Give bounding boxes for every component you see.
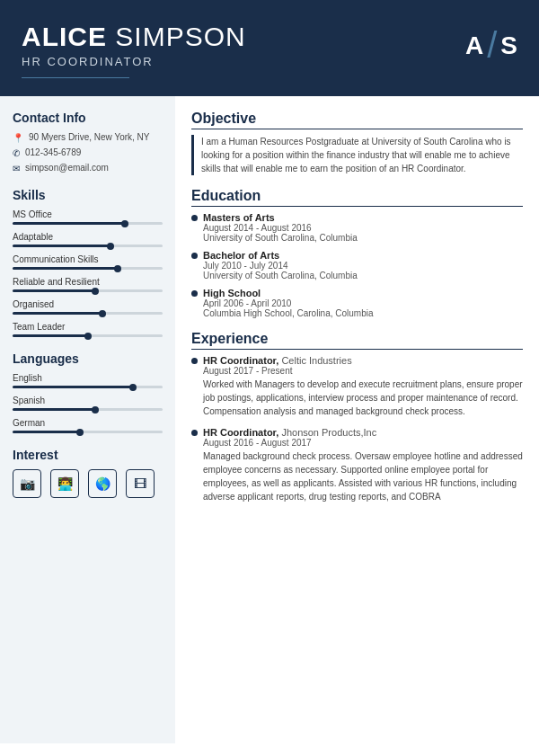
email-text: simpson@email.com [25, 163, 109, 173]
address-text: 90 Myers Drive, New York, NY [29, 132, 150, 142]
language-label: German [13, 418, 163, 428]
resume-body: Contact Info 📍 90 Myers Drive, New York,… [0, 96, 539, 743]
left-column: Contact Info 📍 90 Myers Drive, New York,… [0, 96, 175, 743]
edu-content: Bachelor of Arts July 2010 - July 2014 U… [203, 250, 358, 280]
edu-degree: Bachelor of Arts [203, 250, 358, 261]
objective-title: Objective [191, 111, 523, 129]
resume-header: ALICE SIMPSON HR COORDINATOR A / S [0, 0, 539, 96]
edu-dates: April 2006 - April 2010 [203, 298, 374, 308]
last-name: SIMPSON [107, 22, 246, 51]
right-column: Objective I am a Human Resources Postgra… [175, 96, 539, 743]
experience-title: Experience [191, 331, 523, 350]
edu-dates: August 2014 - August 2016 [203, 223, 358, 233]
email-item: ✉ simpson@email.com [13, 163, 163, 173]
language-bar-fill [13, 431, 80, 433]
education-item: Masters of Arts August 2014 - August 201… [191, 212, 523, 243]
skill-label: Adaptable [13, 232, 163, 242]
first-name: ALICE [22, 22, 107, 51]
skills-list: MS Office Adaptable Communication Skills… [13, 209, 163, 337]
edu-degree: Masters of Arts [203, 212, 358, 223]
language-bar-fill [13, 386, 133, 388]
skill-item: Adaptable [13, 232, 163, 247]
skill-bar-fill [13, 267, 118, 270]
experience-list: HR Coordinator, Celtic Industries August… [191, 355, 523, 503]
skill-label: Reliable and Resilient [13, 277, 163, 287]
languages-list: English Spanish German [13, 373, 163, 433]
job-title: HR COORDINATOR [22, 55, 246, 68]
education-item: Bachelor of Arts July 2010 - July 2014 U… [191, 250, 523, 280]
interest-title: Interest [13, 448, 163, 462]
monogram-a: A [465, 31, 483, 60]
monitor-person-icon: 👨‍💻 [50, 469, 79, 498]
language-item: Spanish [13, 396, 163, 411]
skills-section: Skills MS Office Adaptable Communication… [13, 188, 163, 337]
header-monogram: A / S [465, 25, 517, 66]
skill-item: MS Office [13, 209, 163, 225]
exp-title: HR Coordinator, Celtic Industries [203, 355, 523, 366]
header-divider [22, 77, 129, 78]
skill-bar-fill [13, 334, 88, 337]
camera-icon: 📷 [13, 469, 41, 498]
skill-label: Communication Skills [13, 254, 163, 264]
edu-school: University of South Carolina, Columbia [203, 271, 358, 280]
exp-content: HR Coordinator, Celtic Industries August… [203, 355, 523, 418]
skill-bar-dot [99, 310, 106, 317]
language-item: German [13, 418, 163, 433]
interest-section: Interest 📷 👨‍💻 🌎 🎞 [13, 448, 163, 498]
skill-bar-fill [13, 289, 95, 292]
skill-bar-fill [13, 222, 125, 225]
edu-dot [191, 290, 198, 297]
skill-item: Organised [13, 299, 163, 315]
edu-content: Masters of Arts August 2014 - August 201… [203, 212, 358, 243]
languages-section: Languages English Spanish German [13, 351, 163, 433]
language-bar-bg [13, 408, 163, 411]
language-bar-fill [13, 408, 95, 411]
edu-dates: July 2010 - July 2014 [203, 261, 358, 271]
exp-dot [191, 430, 198, 436]
edu-school: Columbia High School, Carolina, Columbia [203, 308, 374, 318]
skill-bar-fill [13, 245, 110, 247]
objective-section: Objective I am a Human Resources Postgra… [191, 111, 523, 175]
language-bar-dot [76, 429, 84, 436]
education-section: Education Masters of Arts August 2014 - … [191, 188, 523, 318]
monogram-s: S [500, 31, 517, 60]
email-icon: ✉ [13, 164, 20, 173]
contact-title: Contact Info [13, 111, 163, 125]
video-icon: 🎞 [126, 469, 155, 498]
location-icon: 📍 [13, 133, 23, 143]
exp-description: Managed background check process. Oversa… [203, 449, 523, 503]
skill-bar-bg [13, 334, 163, 337]
globe-icon: 🌎 [88, 469, 117, 498]
skill-bar-dot [84, 333, 92, 340]
skill-bar-dot [114, 265, 121, 272]
phone-icon: ✆ [13, 148, 20, 158]
header-name: ALICE SIMPSON [22, 22, 246, 51]
language-label: English [13, 373, 163, 383]
edu-school: University of South Carolina, Columbia [203, 233, 358, 243]
exp-dates: August 2016 - August 2017 [203, 438, 523, 448]
skill-item: Reliable and Resilient [13, 277, 163, 292]
language-label: Spanish [13, 396, 163, 405]
phone-text: 012-345-6789 [25, 147, 81, 157]
exp-title: HR Coordinator, Jhonson Products,Inc [203, 427, 523, 438]
skill-label: Team Leader [13, 322, 163, 332]
skill-item: Communication Skills [13, 254, 163, 270]
contact-section: Contact Info 📍 90 Myers Drive, New York,… [13, 111, 163, 173]
edu-dot [191, 253, 198, 259]
skill-bar-dot [121, 220, 128, 227]
exp-company: Jhonson Products,Inc [281, 427, 376, 438]
exp-company: Celtic Industries [281, 355, 351, 366]
education-item: High School April 2006 - April 2010 Colu… [191, 288, 523, 318]
experience-item: HR Coordinator, Jhonson Products,Inc Aug… [191, 427, 523, 503]
exp-dates: August 2017 - Present [203, 366, 523, 376]
skills-title: Skills [13, 188, 163, 202]
language-bar-bg [13, 386, 163, 388]
experience-item: HR Coordinator, Celtic Industries August… [191, 355, 523, 418]
skill-bar-dot [107, 243, 114, 250]
skill-bar-dot [92, 288, 99, 295]
education-list: Masters of Arts August 2014 - August 201… [191, 212, 523, 318]
skill-bar-bg [13, 312, 163, 315]
skill-label: MS Office [13, 209, 163, 219]
skill-label: Organised [13, 299, 163, 309]
edu-content: High School April 2006 - April 2010 Colu… [203, 288, 374, 318]
